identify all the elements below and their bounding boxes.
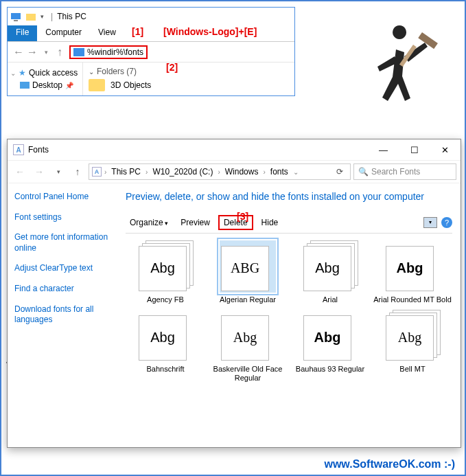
font-name-label: Arial Rounded MT Bold (373, 295, 452, 304)
font-name-label: Bauhaus 93 Regular (290, 365, 370, 374)
forward-arrow-icon[interactable]: → (25, 45, 39, 59)
separator: | (51, 12, 53, 21)
qat-folder-icon[interactable] (25, 11, 36, 22)
font-name-label: Bahnschrift (126, 365, 205, 374)
address-input[interactable]: %windir%\fonts (69, 45, 148, 59)
back-arrow-icon[interactable]: ← (12, 163, 28, 180)
window-body: Control Panel Home Font settings Get mor… (8, 183, 461, 447)
folder-3d-objects[interactable]: 3D Objects (89, 79, 289, 91)
tree-quick-access[interactable]: ⌄ ★ Quick access (10, 67, 80, 79)
tab-computer[interactable]: Computer (37, 25, 90, 41)
font-grid: AbgAgency FBABGAlgerian RegularAbgArialA… (126, 240, 452, 383)
star-icon: ★ (19, 68, 26, 78)
annotation-2: [2] (166, 62, 178, 73)
bc-drive[interactable]: W10_2020d (C:) (150, 167, 215, 177)
help-icon[interactable]: ? (441, 217, 452, 228)
nav-tree: ⌄ ★ Quick access Desktop 📌 (8, 63, 83, 95)
qat-dropdown-icon[interactable]: ▾ (40, 13, 44, 20)
quick-access-label: Quick access (29, 68, 78, 78)
refresh-icon[interactable]: ⟳ (332, 167, 347, 177)
tab-view[interactable]: View (90, 25, 124, 41)
close-button[interactable]: ✕ (430, 139, 461, 160)
window-controls: — ☐ ✕ (368, 139, 461, 160)
back-arrow-icon[interactable]: ← (12, 45, 25, 59)
fonts-icon: A (92, 167, 102, 177)
font-item[interactable]: AbgBahnschrift (126, 310, 205, 383)
font-thumbnail: Abg (302, 240, 358, 293)
address-bar-row: ← → ▾ ↑ %windir%\fonts (8, 42, 294, 63)
dropdown-history-icon[interactable]: ▾ (39, 45, 53, 59)
sidebar: Control Panel Home Font settings Get mor… (8, 183, 117, 447)
breadcrumb-path[interactable]: A › This PC › W10_2020d (C:) › Windows ›… (89, 163, 351, 180)
explorer-this-pc-window: ▾ | This PC File Computer View ← → ▾ ↑ %… (7, 7, 295, 96)
font-thumbnail: Abg (302, 310, 358, 362)
link-font-settings[interactable]: Font settings (14, 212, 110, 223)
font-name-label: Bell MT (373, 365, 452, 374)
svg-rect-2 (26, 14, 36, 21)
search-icon: 🔍 (358, 167, 369, 177)
tab-file[interactable]: File (8, 25, 37, 41)
preview-button[interactable]: Preview (176, 216, 214, 229)
folder-icon (89, 79, 105, 91)
folders-pane: ⌄ Folders (7) 3D Objects (83, 63, 294, 95)
link-cp-home[interactable]: Control Panel Home (14, 192, 110, 203)
font-thumbnail: Abg (384, 240, 441, 293)
view-options-icon[interactable]: ▾ (423, 217, 437, 228)
app-icon (10, 11, 21, 22)
maximize-button[interactable]: ☐ (399, 139, 430, 160)
annotation-1-num: [1] (132, 26, 143, 37)
font-preview-icon: Abg (303, 246, 351, 291)
bc-fonts[interactable]: fonts (268, 167, 290, 177)
font-item[interactable]: AbgAgency FB (126, 240, 205, 304)
font-item[interactable]: AbgBell MT (373, 310, 452, 383)
font-thumbnail: Abg (220, 310, 276, 362)
chevron-down-icon: ⌄ (89, 68, 94, 76)
link-find-char[interactable]: Find a character (14, 284, 110, 295)
titlebar: A Fonts — ☐ ✕ (8, 139, 461, 160)
font-item[interactable]: ABGAlgerian Regular (208, 240, 288, 304)
font-preview-icon: Abg (139, 246, 187, 291)
link-more-info[interactable]: Get more font information online (14, 232, 110, 253)
minimize-button[interactable]: — (368, 139, 399, 160)
pc-icon (73, 48, 84, 56)
font-thumbnail: Abg (137, 240, 194, 293)
font-preview-icon: ABG (221, 246, 269, 291)
pin-icon: 📌 (65, 82, 73, 89)
chevron-icon: ⌄ (10, 69, 16, 77)
folders-header[interactable]: ⌄ Folders (7) (89, 67, 289, 76)
link-cleartype[interactable]: Adjust ClearType text (14, 263, 110, 274)
font-thumbnail: Abg (384, 310, 441, 362)
font-item[interactable]: AbgArial Rounded MT Bold (373, 240, 452, 304)
font-preview-icon: Abg (139, 315, 187, 361)
window-title: Fonts (28, 145, 49, 155)
font-preview-icon: Abg (221, 315, 269, 361)
dropdown-icon[interactable]: ⌄ (292, 168, 300, 176)
bc-windows[interactable]: Windows (223, 167, 261, 177)
hide-button[interactable]: Hide (257, 216, 283, 229)
font-thumbnail: Abg (137, 310, 194, 362)
link-download-fonts[interactable]: Download fonts for all languages (14, 304, 110, 326)
chevron-icon: › (261, 168, 266, 176)
folders-header-label: Folders (7) (97, 67, 137, 76)
annotation-1-text: [Windows-Logo]+[E] (163, 26, 257, 37)
annotation-3: [3] (237, 211, 248, 222)
up-arrow-icon[interactable]: ↑ (69, 163, 86, 180)
font-item[interactable]: AbgBaskerville Old Face Regular (208, 310, 288, 383)
tree-desktop[interactable]: Desktop 📌 (10, 79, 80, 91)
font-preview-icon: Abg (303, 315, 351, 361)
titlebar: ▾ | This PC (8, 8, 294, 25)
forward-arrow-icon[interactable]: → (31, 163, 47, 180)
svg-rect-0 (11, 13, 21, 19)
up-arrow-icon[interactable]: ↑ (53, 45, 67, 59)
address-text: %windir%\fonts (87, 47, 143, 57)
font-thumbnail: ABG (220, 240, 276, 293)
desktop-label: Desktop (32, 80, 62, 90)
search-box[interactable]: 🔍 Search Fonts (353, 163, 456, 180)
chevron-icon: › (144, 168, 149, 176)
font-item[interactable]: AbgArial (290, 240, 370, 304)
bc-this-pc[interactable]: This PC (109, 167, 143, 177)
history-dropdown-icon[interactable]: ▾ (50, 163, 67, 180)
font-item[interactable]: AbgBauhaus 93 Regular (290, 310, 370, 383)
font-preview-icon: Abg (386, 315, 434, 361)
organize-button[interactable]: Organize (126, 216, 172, 229)
